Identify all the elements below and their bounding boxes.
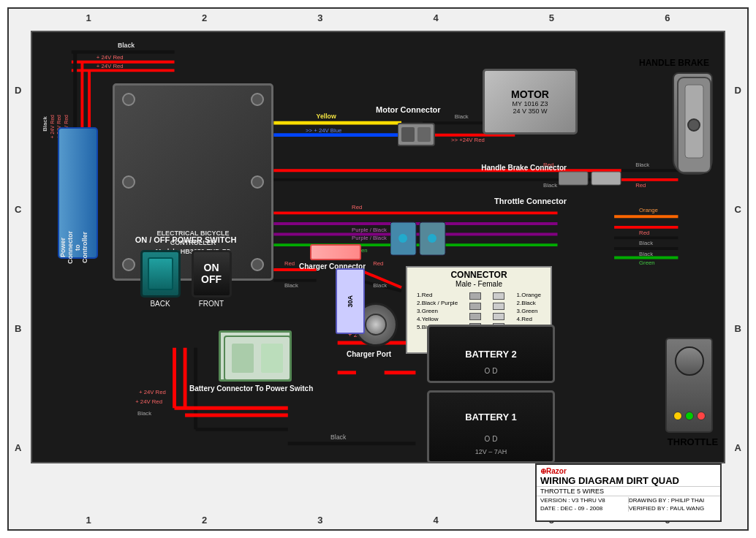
info-version: VERSION : V3 THRU V8 <box>540 497 629 504</box>
svg-rect-74 <box>401 127 415 142</box>
switch-back: BACK <box>140 250 181 308</box>
throttle-connector-visual <box>390 219 449 259</box>
svg-rect-75 <box>417 127 431 142</box>
bottom-label-1: 1 <box>86 515 91 526</box>
right-label-d: D <box>735 85 741 96</box>
battery2-od: O D <box>485 367 498 375</box>
svg-text:+ 24V Red: + 24V Red <box>50 115 55 138</box>
svg-text:Black: Black <box>137 410 151 417</box>
switch-back-visual <box>140 250 181 298</box>
throttle-connector-label: Throttle Connector <box>494 197 567 205</box>
svg-rect-84 <box>261 344 283 373</box>
svg-line-53 <box>359 281 401 292</box>
svg-point-72 <box>688 119 700 131</box>
throttle-light-yellow <box>673 412 682 420</box>
svg-text:Black: Black <box>42 115 48 131</box>
svg-text:Black: Black <box>635 162 649 168</box>
svg-text:Red: Red <box>284 260 295 267</box>
bottom-label-3: 3 <box>317 515 322 526</box>
svg-point-78 <box>398 234 407 243</box>
motor-model: MY 1016 Z3 <box>513 100 548 107</box>
svg-rect-80 <box>559 172 588 185</box>
battery1-box: BATTERY 1 O D 12V – 7AH <box>427 390 555 463</box>
screw-tl <box>122 93 135 106</box>
switch-front-visual[interactable]: ON OFF <box>192 250 232 298</box>
throttle-image <box>665 338 713 433</box>
svg-text:+ 24V Red: + 24V Red <box>139 389 166 395</box>
charger-connector-visual <box>310 244 361 260</box>
svg-text:Green: Green <box>639 259 655 266</box>
screw-tr <box>251 93 264 106</box>
svg-text:Purple / Black: Purple / Black <box>352 227 387 233</box>
battery-connector-box <box>219 330 292 382</box>
motor-title: MOTOR <box>511 88 549 100</box>
power-connector: Power Connector to Controller <box>58 127 98 259</box>
svg-text:Black: Black <box>284 282 298 289</box>
svg-text:Red: Red <box>373 260 383 267</box>
connector-box-subtitle: Male - Female <box>407 280 551 288</box>
hb-connector-svg <box>559 170 624 188</box>
battery-connector-svg <box>221 333 294 384</box>
handle-brake-svg <box>674 74 714 176</box>
screw-mr <box>251 175 264 189</box>
top-label-1: 1 <box>86 12 91 23</box>
svg-text:>> +24V Red: >> +24V Red <box>451 137 485 143</box>
motor-specs: 24 V 350 W <box>513 107 547 115</box>
throttle-wheel <box>675 346 704 376</box>
battery1-specs: 12V – 7AH <box>475 448 507 455</box>
info-row-1: VERSION : V3 THRU V8 DRAWING BY : PHILIP… <box>537 496 720 504</box>
svg-text:Black: Black <box>330 433 347 441</box>
connector-box-title: CONNECTOR <box>407 268 551 280</box>
info-logo: ⊕Razor <box>537 465 720 475</box>
info-title: WIRING DIAGRAM DIRT QUAD <box>537 475 720 487</box>
battery2-label: BATTERY 2 <box>465 349 517 360</box>
right-grid-labels: D C B A <box>735 31 741 507</box>
svg-text:Red: Red <box>639 230 649 236</box>
bottom-label-2: 2 <box>202 515 207 526</box>
info-drawing: DRAWING BY : PHILIP THAI <box>629 497 717 504</box>
throttle-connector-svg <box>390 219 449 259</box>
battery1-od: O D <box>485 435 498 443</box>
svg-rect-83 <box>232 344 254 373</box>
top-grid-labels: 1 2 3 4 5 6 <box>31 12 725 23</box>
bottom-label-4: 4 <box>434 515 439 526</box>
svg-line-51 <box>359 270 401 287</box>
screw-ml <box>122 175 135 189</box>
info-date: DATE : DEC - 09 - 2008 <box>540 505 629 512</box>
battery-connector-label: Battery Connector To Power Switch <box>189 384 313 393</box>
svg-text:+ 24V Red: + 24V Red <box>97 63 124 69</box>
info-subtitle: THROTTLE 5 WIRES <box>537 487 720 496</box>
throttle-light-green <box>685 412 694 420</box>
svg-text:+ 24V Red: + 24V Red <box>97 54 124 61</box>
svg-text:Black: Black <box>639 251 653 257</box>
svg-text:Orange: Orange <box>639 207 658 213</box>
svg-text:Black: Black <box>639 240 653 246</box>
svg-point-79 <box>428 234 436 243</box>
motor-box: MOTOR MY 1016 Z3 24 V 350 W <box>483 69 578 134</box>
switch-label: ON / OFF POWER SWITCH <box>105 235 266 244</box>
right-label-a: A <box>735 442 741 453</box>
svg-text:Purple / Black: Purple / Black <box>352 235 387 241</box>
switch-container: BACK ON OFF FRONT <box>105 250 266 308</box>
svg-text:Black: Black <box>543 182 557 189</box>
fuse-box: 30A <box>336 268 365 334</box>
hb-connector-visual <box>559 170 624 188</box>
charger-port-label: Charger Port <box>347 350 391 358</box>
right-label-b: B <box>735 323 741 334</box>
fuse-label: 30A <box>347 295 354 308</box>
left-label-a: A <box>15 442 21 453</box>
info-row-2: DATE : DEC - 09 - 2008 VERIFIED BY : PAU… <box>537 504 720 512</box>
top-label-2: 2 <box>202 12 207 23</box>
switch-front: ON OFF FRONT <box>192 250 232 308</box>
svg-text:Black: Black <box>455 113 469 120</box>
handle-brake-label: HANDLE BRAKE <box>639 58 709 68</box>
charger-port-inner <box>365 314 387 336</box>
motor-connector-label: Motor Connector <box>376 105 441 114</box>
svg-text:Red: Red <box>352 204 362 211</box>
svg-text:Red: Red <box>635 182 646 189</box>
top-label-4: 4 <box>434 12 439 23</box>
diagram-wrapper: 1 2 3 4 5 6 1 2 3 4 5 6 D C B A D C B <box>7 7 749 531</box>
battery2-box: BATTERY 2 O D <box>427 325 555 383</box>
left-label-c: C <box>15 204 21 215</box>
power-connector-label: Power Connector to Controller <box>59 231 74 264</box>
